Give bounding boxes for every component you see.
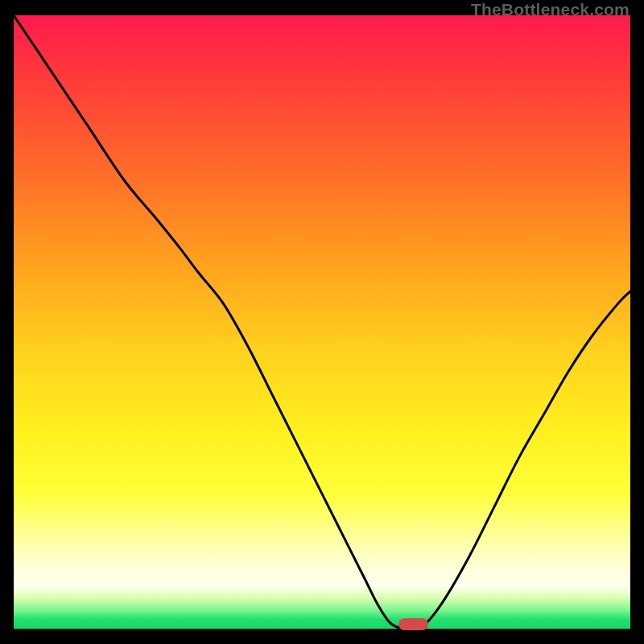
curve-path [14, 15, 630, 629]
optimal-marker [398, 618, 428, 630]
bottleneck-curve [14, 15, 630, 629]
chart-frame: TheBottleneck.com [0, 0, 644, 644]
plot-area [14, 15, 630, 629]
watermark-text: TheBottleneck.com [471, 0, 630, 19]
